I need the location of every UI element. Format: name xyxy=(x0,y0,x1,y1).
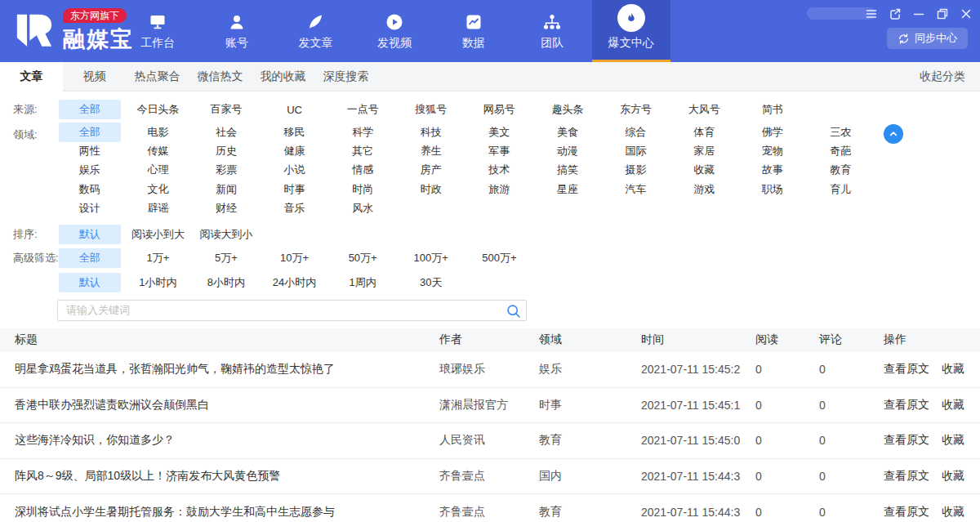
restore-icon[interactable] xyxy=(935,7,950,21)
domain-option[interactable]: 汽车 xyxy=(602,182,670,197)
domain-option[interactable]: 数码 xyxy=(56,182,124,197)
domain-option[interactable]: 动漫 xyxy=(533,144,602,158)
domain-option[interactable]: 时尚 xyxy=(328,182,397,197)
sort-option[interactable]: 阅读小到大 xyxy=(124,227,193,242)
domain-option[interactable]: 健康 xyxy=(261,144,329,158)
domain-option[interactable]: 心理 xyxy=(124,163,193,177)
domain-option[interactable]: 星座 xyxy=(533,182,602,197)
minimize-icon[interactable] xyxy=(911,7,926,21)
time-filter-option[interactable]: 默认 xyxy=(56,273,124,292)
domain-option[interactable]: 娱乐 xyxy=(56,163,124,177)
domain-option[interactable]: 宠物 xyxy=(738,144,807,158)
nav-item-account[interactable]: 账号 xyxy=(198,0,277,62)
domain-option[interactable]: 旅游 xyxy=(466,182,534,197)
domain-option[interactable]: 彩票 xyxy=(192,163,261,177)
sort-option[interactable]: 阅读大到小 xyxy=(192,227,261,242)
search-button[interactable] xyxy=(506,303,522,319)
domain-option[interactable]: 两性 xyxy=(56,144,124,158)
search-input[interactable] xyxy=(57,300,527,321)
domain-option[interactable]: 科学 xyxy=(328,125,397,140)
source-option[interactable]: 全部 xyxy=(56,100,124,119)
favorite-link[interactable]: 收藏 xyxy=(942,469,964,482)
nav-item-publish-video[interactable]: 发视频 xyxy=(355,0,434,62)
article-title[interactable]: 这些海洋冷知识，你知道多少？ xyxy=(0,433,425,448)
domain-option[interactable]: 小说 xyxy=(261,163,329,177)
domain-option[interactable]: 新闻 xyxy=(192,182,261,197)
nav-item-data[interactable]: 数据 xyxy=(434,0,513,62)
nav-item-hot-articles-center[interactable]: 爆文中心 xyxy=(592,0,671,62)
domain-option[interactable]: 其它 xyxy=(328,144,397,158)
domain-option[interactable]: 设计 xyxy=(56,201,124,216)
sort-option[interactable]: 默认 xyxy=(56,225,124,244)
view-original-link[interactable]: 查看原文 xyxy=(884,505,929,518)
favorite-link[interactable]: 收藏 xyxy=(942,362,964,375)
tab-item[interactable]: 文章 xyxy=(0,62,63,91)
domain-option[interactable]: 音乐 xyxy=(261,201,329,216)
nav-item-team[interactable]: 团队 xyxy=(513,0,592,62)
source-option[interactable]: 趣头条 xyxy=(533,102,602,117)
reads-filter-option[interactable]: 全部 xyxy=(56,248,124,268)
tab-item[interactable]: 视频 xyxy=(63,62,126,91)
collapse-filters-button[interactable] xyxy=(884,124,903,144)
source-option[interactable]: 一点号 xyxy=(328,102,397,117)
reads-filter-option[interactable]: 1万+ xyxy=(124,251,193,265)
domain-option[interactable]: 佛学 xyxy=(738,125,807,140)
article-title[interactable]: 香港中联办强烈谴责欧洲议会颠倒黑白 xyxy=(0,398,425,413)
domain-option[interactable]: 育儿 xyxy=(807,182,875,197)
domain-option[interactable]: 房产 xyxy=(397,163,466,177)
collapse-categories-link[interactable]: 收起分类 xyxy=(920,62,965,91)
source-option[interactable]: 东方号 xyxy=(602,102,670,117)
view-original-link[interactable]: 查看原文 xyxy=(884,469,929,482)
domain-option[interactable]: 美文 xyxy=(466,125,534,140)
domain-option[interactable]: 时事 xyxy=(261,182,329,197)
domain-option[interactable]: 时政 xyxy=(397,182,466,197)
reads-filter-option[interactable]: 50万+ xyxy=(328,251,397,265)
domain-option[interactable]: 情感 xyxy=(328,163,397,177)
source-option[interactable]: UC xyxy=(261,104,329,116)
domain-option[interactable]: 文化 xyxy=(124,182,193,197)
domain-option[interactable]: 美食 xyxy=(533,125,602,140)
tab-item[interactable]: 我的收藏 xyxy=(252,62,314,91)
domain-option[interactable]: 摄影 xyxy=(602,163,670,177)
view-original-link[interactable]: 查看原文 xyxy=(884,433,929,446)
source-option[interactable]: 百家号 xyxy=(192,102,261,117)
source-option[interactable]: 大风号 xyxy=(670,102,738,117)
tab-item[interactable]: 微信热文 xyxy=(189,62,252,91)
domain-option[interactable]: 职场 xyxy=(738,182,807,197)
domain-option[interactable]: 三农 xyxy=(807,125,875,140)
article-title[interactable]: 深圳将试点小学生暑期托管服务：鼓励大学生和高中生志愿参与 xyxy=(0,505,425,520)
source-option[interactable]: 网易号 xyxy=(466,102,534,117)
domain-option[interactable]: 体育 xyxy=(670,125,738,140)
domain-option[interactable]: 养生 xyxy=(397,144,466,158)
nav-item-publish-article[interactable]: 发文章 xyxy=(276,0,355,62)
reads-filter-option[interactable]: 10万+ xyxy=(261,251,329,265)
domain-option[interactable]: 辟谣 xyxy=(124,201,193,216)
time-filter-option[interactable]: 1周内 xyxy=(328,275,397,290)
compose-icon[interactable] xyxy=(888,7,902,21)
domain-option[interactable]: 国际 xyxy=(602,144,670,158)
time-filter-option[interactable]: 8小时内 xyxy=(192,275,261,290)
source-option[interactable]: 搜狐号 xyxy=(397,102,466,117)
time-filter-option[interactable]: 24小时内 xyxy=(261,275,329,290)
domain-option[interactable]: 综合 xyxy=(602,125,670,140)
favorite-link[interactable]: 收藏 xyxy=(942,398,964,411)
view-original-link[interactable]: 查看原文 xyxy=(884,362,929,375)
reads-filter-option[interactable]: 100万+ xyxy=(397,251,466,265)
domain-option[interactable]: 故事 xyxy=(738,163,807,177)
domain-option[interactable]: 军事 xyxy=(466,144,534,158)
domain-option[interactable]: 传媒 xyxy=(124,144,193,158)
domain-option[interactable]: 社会 xyxy=(192,125,261,140)
domain-option[interactable]: 教育 xyxy=(807,163,875,177)
nav-item-workbench[interactable]: 工作台 xyxy=(118,0,198,62)
domain-option[interactable]: 搞笑 xyxy=(533,163,602,177)
time-filter-option[interactable]: 1小时内 xyxy=(124,275,193,290)
source-option[interactable]: 简书 xyxy=(738,102,807,117)
time-filter-option[interactable]: 30天 xyxy=(397,275,466,290)
domain-option[interactable]: 历史 xyxy=(192,144,261,158)
tab-item[interactable]: 热点聚合 xyxy=(126,62,189,91)
domain-option[interactable]: 收藏 xyxy=(670,163,738,177)
domain-option[interactable]: 全部 xyxy=(56,123,124,142)
domain-option[interactable]: 技术 xyxy=(466,163,534,177)
favorite-link[interactable]: 收藏 xyxy=(942,505,964,518)
menu-icon[interactable] xyxy=(864,7,879,21)
